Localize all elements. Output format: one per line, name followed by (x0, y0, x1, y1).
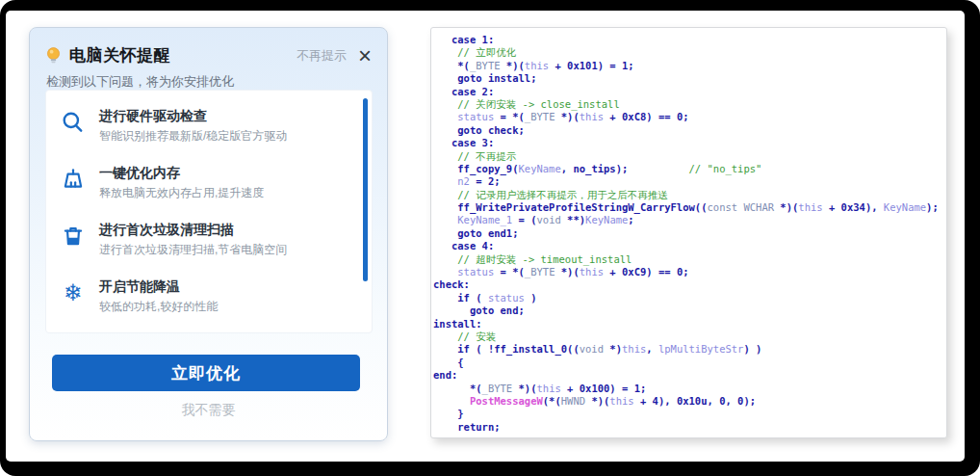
list-item-cooling: ❄ 开启节能降温 较低的功耗,较好的性能 (46, 278, 372, 315)
code-line: case 1: (433, 34, 946, 46)
code-line: KeyName_1 = (void **)KeyName; (433, 214, 946, 226)
list-item-memory-optimize: 一键优化内存 释放电脑无效内存占用,提升速度 (46, 165, 372, 201)
page-background: 电脑关怀提醒 不再提示 × 检测到以下问题，将为你安排优化 进行硬件驱动检查 (6, 11, 965, 462)
code-line: if ( !ff_install_0((void *)this, lpMulti… (433, 343, 946, 356)
code-line: // 超时安装 -> timeout_install (433, 253, 946, 266)
dialog-title: 电脑关怀提醒 (69, 44, 170, 66)
lightbulb-icon (45, 46, 62, 65)
code-line: // 立即优化 (433, 46, 946, 59)
code-line: // 关闭安装 -> close_install (433, 98, 946, 111)
code-line: check: (433, 278, 946, 291)
code-line: case 3: (433, 137, 946, 149)
code-line: return; (433, 421, 946, 434)
dialog-header: 电脑关怀提醒 不再提示 × (30, 28, 387, 66)
item-desc: 智能识别推荐最新版/稳定版官方驱动 (99, 128, 287, 145)
item-desc: 释放电脑无效内存占用,提升速度 (99, 185, 264, 201)
decline-link[interactable]: 我不需要 (30, 402, 387, 419)
code-line: { (433, 357, 946, 369)
trash-icon (60, 223, 87, 250)
item-desc: 进行首次垃圾清理扫描,节省电脑空间 (99, 242, 287, 258)
search-icon (60, 109, 87, 136)
code-line: *(_BYTE *)(this + 0x101) = 1; (433, 60, 946, 72)
code-line: ff_WritePrivateProfileStringW_CarryFlow(… (433, 201, 946, 214)
code-line: *(_BYTE *)(this + 0x100) = 1; (433, 383, 946, 395)
list-item-driver-check: 进行硬件驱动检查 智能识别推荐最新版/稳定版官方驱动 (46, 108, 372, 145)
code-line: status = *(_BYTE *)(this + 0xC8) == 0; (433, 111, 946, 123)
care-list-panel: 进行硬件驱动检查 智能识别推荐最新版/稳定版官方驱动 一键优化内存 (45, 90, 373, 333)
dismiss-link[interactable]: 不再提示 (297, 47, 347, 65)
item-title: 开启节能降温 (99, 278, 218, 295)
code-line: // 安装 (433, 331, 946, 343)
code-panel: case 1: // 立即优化 *(_BYTE *)(this + 0x101)… (430, 27, 947, 438)
code-line: // 记录用户选择不再提示，用于之后不再推送 (433, 189, 946, 201)
code-line: goto end1; (433, 227, 946, 240)
close-icon[interactable]: × (358, 47, 372, 65)
broom-icon (60, 166, 87, 193)
code-line: goto check; (433, 124, 946, 137)
code-line: goto end; (433, 304, 946, 317)
item-title: 进行首次垃圾清理扫描 (99, 222, 287, 238)
care-reminder-dialog: 电脑关怀提醒 不再提示 × 检测到以下问题，将为你安排优化 进行硬件驱动检查 (29, 27, 388, 441)
code-line: // 不再提示 (433, 150, 946, 163)
dialog-subtitle: 检测到以下问题，将为你安排优化 (30, 66, 387, 91)
code-line: case 4: (433, 240, 946, 252)
code-line: install: (433, 318, 946, 331)
code-line: } (433, 408, 946, 420)
item-title: 进行硬件驱动检查 (99, 108, 287, 124)
code-line: PostMessageW(*(HWND *)(this + 4), 0x10u,… (433, 395, 946, 408)
snowflake-icon: ❄ (60, 279, 87, 306)
code-line: case 2: (433, 86, 946, 98)
code-line: goto install; (433, 72, 946, 85)
code-line: end: (433, 369, 946, 382)
screenshot-frame: 电脑关怀提醒 不再提示 × 检测到以下问题，将为你安排优化 进行硬件驱动检查 (0, 0, 980, 476)
list-item-junk-clean: 进行首次垃圾清理扫描 进行首次垃圾清理扫描,节省电脑空间 (46, 222, 372, 258)
code-line: status = *(_BYTE *)(this + 0xC9) == 0; (433, 266, 946, 278)
item-desc: 较低的功耗,较好的性能 (99, 299, 218, 315)
item-title: 一键优化内存 (99, 165, 264, 181)
code-line: if ( status ) (433, 292, 946, 304)
scrollbar-thumb[interactable] (363, 98, 368, 281)
optimize-now-button[interactable]: 立即优化 (52, 355, 360, 391)
code-line: ff_copy_9(KeyName, no_tips); // "no_tips… (433, 163, 946, 175)
code-line: n2 = 2; (433, 175, 946, 188)
